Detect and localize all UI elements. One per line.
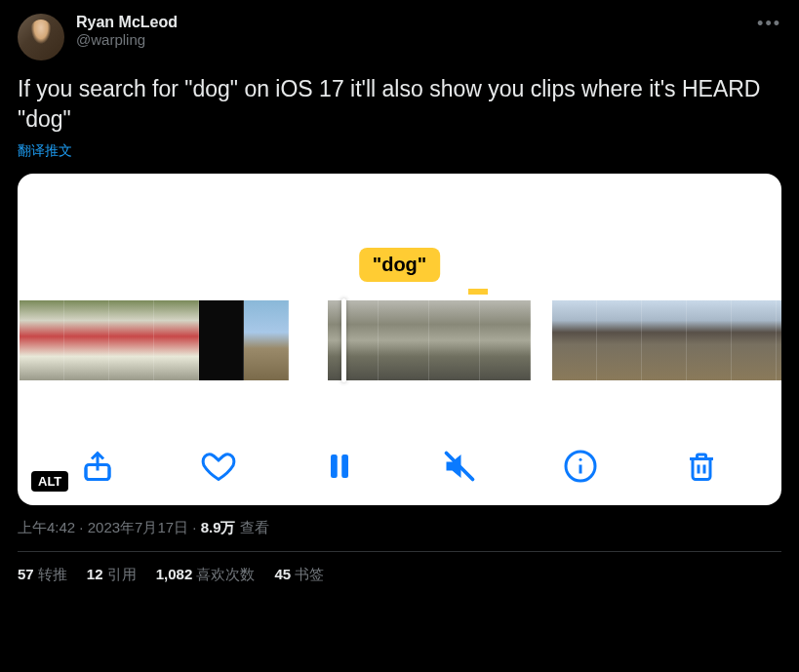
playhead[interactable]: [341, 298, 346, 382]
video-frame: [154, 300, 199, 380]
display-name: Ryan McLeod: [76, 14, 178, 31]
video-frame: [20, 300, 64, 380]
video-frame: [597, 300, 642, 380]
views-count: 8.9万: [201, 519, 236, 535]
likes-stat[interactable]: 1,082 喜欢次数: [156, 566, 256, 584]
speaker-muted-icon[interactable]: [442, 449, 477, 484]
trash-icon[interactable]: [684, 449, 719, 484]
tweet-text: If you search for "dog" on iOS 17 it'll …: [18, 74, 781, 135]
tweet-stats: 57 转推 12 引用 1,082 喜欢次数 45 书签: [18, 566, 781, 584]
svg-rect-2: [341, 455, 348, 478]
svg-point-6: [579, 458, 582, 461]
search-tag-bubble: "dog": [359, 248, 441, 282]
video-frame: [379, 300, 429, 380]
video-toolbar: [18, 449, 781, 484]
tweet-date: 2023年7月17日: [88, 519, 188, 535]
video-frame: [244, 300, 289, 380]
video-frame: [64, 300, 109, 380]
tweet-container: Ryan McLeod @warpling ••• If you search …: [0, 0, 799, 594]
video-frame: [199, 300, 244, 380]
tweet-time: 上午4:42: [18, 519, 75, 535]
media-attachment[interactable]: "dog": [18, 174, 781, 505]
video-frame: [480, 300, 531, 380]
user-info[interactable]: Ryan McLeod @warpling: [76, 14, 178, 48]
clip-group-1[interactable]: [20, 300, 289, 380]
video-filmstrip[interactable]: [18, 300, 781, 380]
share-icon[interactable]: [80, 449, 115, 484]
bookmarks-stat[interactable]: 45 书签: [274, 566, 324, 584]
clip-group-2[interactable]: [328, 300, 531, 380]
views-label: 查看: [236, 519, 269, 535]
info-icon[interactable]: [563, 449, 598, 484]
video-frame: [328, 300, 379, 380]
tweet-header: Ryan McLeod @warpling •••: [18, 14, 781, 60]
video-frame: [109, 300, 154, 380]
retweets-stat[interactable]: 57 转推: [18, 566, 67, 584]
translate-link[interactable]: 翻译推文: [18, 142, 781, 160]
video-frame: [687, 300, 732, 380]
pause-icon[interactable]: [322, 449, 357, 484]
tweet-meta[interactable]: 上午4:42 · 2023年7月17日 · 8.9万 查看: [18, 519, 781, 537]
video-frame: [642, 300, 687, 380]
heart-icon[interactable]: [201, 449, 236, 484]
video-frame: [552, 300, 597, 380]
video-frame: [732, 300, 777, 380]
svg-rect-1: [331, 455, 338, 478]
video-frame: [429, 300, 480, 380]
divider: [18, 551, 781, 552]
video-frame: [777, 300, 781, 380]
alt-badge[interactable]: ALT: [31, 471, 68, 492]
avatar[interactable]: [18, 14, 64, 60]
quotes-stat[interactable]: 12 引用: [87, 566, 137, 584]
more-options-button[interactable]: •••: [757, 14, 781, 34]
tag-caret: [468, 289, 488, 295]
user-handle: @warpling: [76, 31, 178, 48]
clip-group-3[interactable]: [552, 300, 781, 380]
